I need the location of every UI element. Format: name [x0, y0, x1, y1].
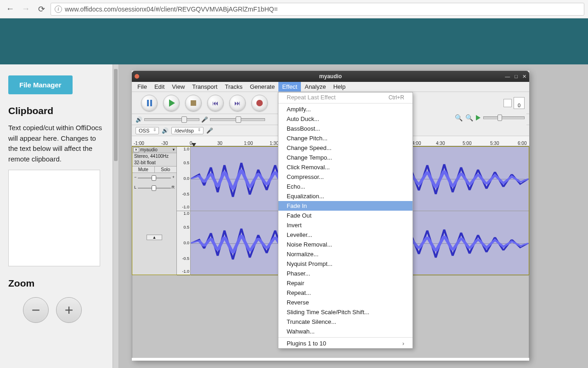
window-title: myaudio — [319, 73, 342, 80]
effect-auto-duck[interactable]: Auto Duck... — [278, 114, 413, 124]
menu-analyze[interactable]: Analyze — [301, 82, 329, 92]
small-play-icon[interactable] — [476, 115, 481, 121]
track-collapse-button[interactable]: ▲ — [147, 235, 163, 240]
back-button[interactable]: ← — [4, 3, 17, 16]
browser-toolbar: ← → ⟳ i www.offidocs.com/osessionx04/#/c… — [0, 0, 588, 18]
site-banner — [0, 18, 588, 64]
window-titlebar[interactable]: myaudio — □ ✕ — [132, 71, 529, 82]
effect-plugins-submenu[interactable]: Plugins 1 to 10 › — [278, 339, 413, 348]
pause-button[interactable] — [141, 95, 158, 111]
url-bar[interactable]: i www.offidocs.com/osessionx04/#/client/… — [51, 3, 584, 16]
track-pan-slider[interactable]: LR — [132, 183, 176, 193]
record-button[interactable] — [251, 95, 268, 111]
effect-truncate-silence[interactable]: Truncate Silence... — [278, 317, 413, 327]
file-manager-button[interactable]: File Manager — [8, 75, 73, 94]
effect-wahwah[interactable]: Wahwah... — [278, 327, 413, 336]
effect-change-speed[interactable]: Change Speed... — [278, 143, 413, 153]
zoom-in-icon[interactable]: 🔍 — [455, 114, 463, 121]
url-text: www.offidocs.com/osessionx04/#/client/RE… — [65, 6, 278, 13]
track-format: Stereo, 44100Hz — [132, 153, 176, 160]
menu-tracks[interactable]: Tracks — [221, 82, 246, 92]
menu-separator — [278, 103, 413, 104]
playhead-cursor[interactable] — [192, 143, 196, 147]
chevron-right-icon: › — [402, 340, 404, 347]
ruler-tick: 4:00 — [412, 141, 421, 146]
speaker-icon: 🔊 — [136, 116, 142, 123]
effect-phaser[interactable]: Phaser... — [278, 269, 413, 278]
output-device-select[interactable]: /dev/dsp — [171, 127, 204, 134]
menu-transport[interactable]: Transport — [188, 82, 221, 92]
effect-reverse[interactable]: Reverse — [278, 298, 413, 307]
playback-volume-slider[interactable] — [144, 118, 199, 121]
effect-nyquist-prompt[interactable]: Nyquist Prompt... — [278, 259, 413, 269]
skip-end-button[interactable]: ⏭ — [229, 95, 246, 111]
zoom-out-button[interactable]: − — [23, 297, 49, 323]
record-volume-slider[interactable] — [210, 118, 265, 121]
effect-leveller[interactable]: Leveller... — [278, 230, 413, 240]
playback-speed-slider[interactable] — [483, 116, 525, 119]
menu-file[interactable]: File — [134, 82, 151, 92]
mute-button[interactable]: Mute — [132, 167, 155, 172]
effect-echo[interactable]: Echo... — [278, 182, 413, 191]
effect-invert[interactable]: Invert — [278, 220, 413, 230]
info-icon[interactable]: i — [55, 6, 62, 13]
effect-normalize[interactable]: Normalize... — [278, 249, 413, 259]
effect-click-removal[interactable]: Click Removal... — [278, 162, 413, 172]
effect-compressor[interactable]: Compressor... — [278, 172, 413, 182]
track-gain-slider[interactable]: −+ — [132, 173, 176, 183]
track-close-button[interactable]: ✕ — [133, 147, 139, 152]
remote-desktop: myaudio — □ ✕ File Edit View Transport T… — [119, 64, 588, 368]
audacity-window: myaudio — □ ✕ File Edit View Transport T… — [132, 71, 529, 361]
effect-change-pitch[interactable]: Change Pitch... — [278, 133, 413, 143]
speaker-icon-2: 🔊 — [162, 127, 169, 134]
ruler-tick: 1:30 — [270, 141, 278, 146]
effect-fade-in[interactable]: Fade In — [278, 201, 413, 211]
close-icon[interactable]: ✕ — [522, 74, 526, 80]
ruler-tick: 5:00 — [463, 141, 471, 146]
maximize-icon[interactable]: □ — [514, 74, 518, 80]
effect-repair[interactable]: Repair — [278, 278, 413, 288]
effect-amplify[interactable]: Amplify... — [278, 104, 413, 114]
effect-equalization[interactable]: Equalization... — [278, 191, 413, 201]
right-toolbar-cluster: 0 🔍 🔍 — [412, 93, 526, 126]
effect-repeat-last[interactable]: Repeat Last Effect Ctrl+R — [278, 92, 413, 102]
ruler-tick: 4:30 — [436, 141, 445, 146]
clipboard-description: Text copied/cut within OffiDocs will app… — [8, 123, 104, 164]
effect-change-tempo[interactable]: Change Tempo... — [278, 153, 413, 162]
effect-repeat[interactable]: Repeat... — [278, 288, 413, 298]
track-name: myaudio — [140, 147, 158, 152]
menu-separator — [278, 337, 413, 338]
skip-start-button[interactable]: ⏮ — [207, 95, 224, 111]
minimize-icon[interactable]: — — [505, 74, 510, 80]
solo-button[interactable]: Solo — [155, 167, 177, 172]
tool-box-1[interactable] — [503, 99, 512, 107]
clipboard-textarea[interactable] — [8, 170, 100, 266]
track-depth: 32-bit float — [132, 160, 176, 166]
ruler-tick: 1:00 — [244, 141, 253, 146]
menu-generate[interactable]: Generate — [246, 82, 278, 92]
zoom-in-button[interactable]: + — [56, 297, 82, 323]
reload-button[interactable]: ⟳ — [35, 3, 48, 16]
mic-icon: 🎤 — [201, 116, 208, 123]
stop-button[interactable] — [185, 95, 202, 111]
effect-fade-out[interactable]: Fade Out — [278, 211, 413, 220]
mic-icon-2: 🎤 — [206, 127, 213, 134]
window-close-dot[interactable] — [135, 74, 139, 79]
menu-view[interactable]: View — [168, 82, 188, 92]
ruler-tick: -1:00 — [134, 141, 144, 146]
zoom-heading: Zoom — [8, 278, 104, 289]
sidebar-scrollbar[interactable] — [113, 64, 119, 368]
track-amplitude-scale: 1.0 0.5 0.0 -0.5 -1.0 1.0 0.5 0.0 -0.5 -… — [177, 147, 191, 275]
effect-noise-removal[interactable]: Noise Removal... — [278, 240, 413, 249]
menu-effect[interactable]: Effect — [278, 82, 301, 92]
effect-bassboost[interactable]: BassBoost... — [278, 124, 413, 133]
forward-button[interactable]: → — [19, 3, 32, 16]
track-menu-dropdown[interactable]: ▼ — [172, 148, 175, 152]
menu-help[interactable]: Help — [329, 82, 349, 92]
effect-sliding-time-scale[interactable]: Sliding Time Scale/Pitch Shift... — [278, 307, 413, 317]
zoom-out-icon[interactable]: 🔍 — [465, 114, 473, 121]
play-button[interactable] — [163, 95, 180, 111]
menu-edit[interactable]: Edit — [151, 82, 168, 92]
track-control-panel[interactable]: ✕ myaudio ▼ Stereo, 44100Hz 32-bit float… — [132, 147, 177, 275]
audio-host-select[interactable]: OSS — [136, 127, 159, 134]
